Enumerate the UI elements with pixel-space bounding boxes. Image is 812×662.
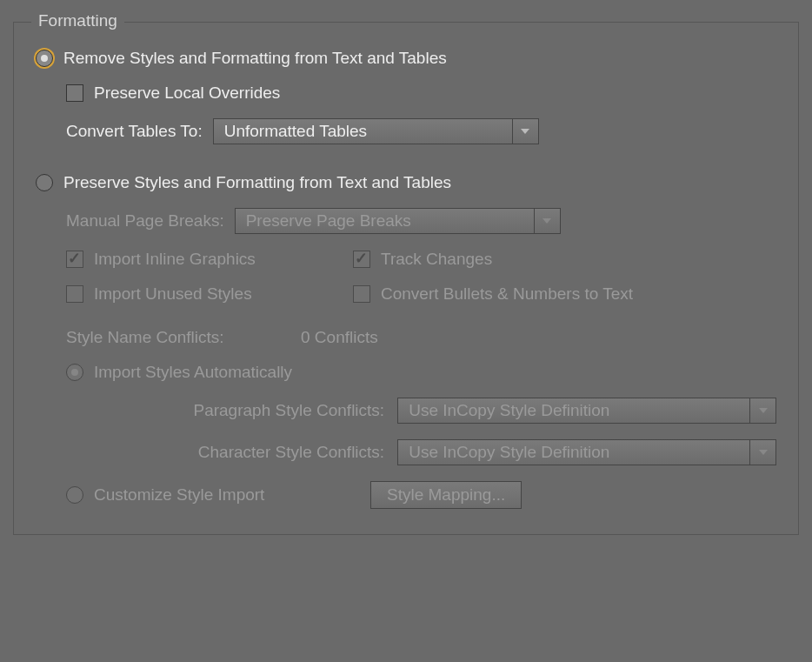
style-mapping-button: Style Mapping... bbox=[370, 481, 522, 509]
manual-page-breaks-select: Preserve Page Breaks bbox=[235, 208, 561, 234]
checkbox-row-1: Import Inline Graphics Track Changes bbox=[66, 250, 776, 269]
character-conflicts-value: Use InCopy Style Definition bbox=[398, 443, 620, 462]
dropdown-arrow-icon bbox=[512, 119, 538, 144]
paragraph-conflicts-row: Paragraph Style Conflicts: Use InCopy St… bbox=[36, 398, 776, 424]
manual-page-breaks-value: Preserve Page Breaks bbox=[236, 211, 422, 231]
customize-import-radio bbox=[66, 486, 83, 504]
paragraph-conflicts-value: Use InCopy Style Definition bbox=[398, 401, 620, 420]
character-conflicts-row: Character Style Conflicts: Use InCopy St… bbox=[36, 439, 776, 465]
manual-page-breaks-row: Manual Page Breaks: Preserve Page Breaks bbox=[66, 208, 776, 234]
formatting-fieldset: Formatting Remove Styles and Formatting … bbox=[13, 22, 799, 535]
track-changes-checkbox bbox=[353, 251, 370, 268]
style-conflicts-label: Style Name Conflicts: bbox=[66, 328, 301, 347]
import-styles-auto-radio bbox=[66, 364, 83, 381]
customize-import-row: Customize Style Import Style Mapping... bbox=[66, 481, 776, 509]
paragraph-conflicts-select: Use InCopy Style Definition bbox=[397, 398, 776, 424]
style-conflicts-row: Style Name Conflicts: 0 Conflicts bbox=[66, 328, 776, 347]
dropdown-arrow-icon bbox=[749, 398, 775, 423]
import-styles-auto-row: Import Styles Automatically bbox=[66, 363, 776, 382]
import-unused-styles-checkbox bbox=[66, 285, 83, 303]
remove-styles-row: Remove Styles and Formatting from Text a… bbox=[36, 49, 776, 68]
remove-styles-label: Remove Styles and Formatting from Text a… bbox=[63, 49, 447, 68]
fieldset-legend: Formatting bbox=[31, 11, 124, 30]
character-conflicts-label: Character Style Conflicts: bbox=[36, 443, 384, 462]
import-unused-styles-label: Import Unused Styles bbox=[94, 284, 252, 304]
convert-bullets-checkbox bbox=[353, 285, 370, 303]
preserve-styles-label: Preserve Styles and Formatting from Text… bbox=[63, 173, 451, 192]
manual-page-breaks-label: Manual Page Breaks: bbox=[66, 211, 224, 231]
checkbox-row-2: Import Unused Styles Convert Bullets & N… bbox=[66, 284, 776, 304]
import-inline-graphics-checkbox bbox=[66, 251, 83, 268]
preserve-local-label: Preserve Local Overrides bbox=[94, 84, 280, 103]
paragraph-conflicts-label: Paragraph Style Conflicts: bbox=[36, 401, 384, 420]
convert-tables-value: Unformatted Tables bbox=[214, 122, 377, 141]
remove-styles-radio[interactable] bbox=[36, 50, 53, 67]
dropdown-arrow-icon bbox=[749, 440, 775, 465]
convert-tables-select[interactable]: Unformatted Tables bbox=[213, 118, 539, 144]
convert-tables-label: Convert Tables To: bbox=[66, 122, 203, 141]
style-conflicts-value: 0 Conflicts bbox=[301, 328, 378, 347]
convert-bullets-label: Convert Bullets & Numbers to Text bbox=[381, 284, 633, 304]
import-inline-graphics-label: Import Inline Graphics bbox=[94, 250, 256, 269]
dropdown-arrow-icon bbox=[534, 209, 560, 233]
preserve-local-checkbox[interactable] bbox=[66, 84, 83, 102]
preserve-styles-row: Preserve Styles and Formatting from Text… bbox=[36, 173, 776, 192]
customize-import-label: Customize Style Import bbox=[94, 485, 370, 505]
import-styles-auto-label: Import Styles Automatically bbox=[94, 363, 292, 382]
convert-tables-row: Convert Tables To: Unformatted Tables bbox=[66, 118, 776, 144]
preserve-local-row: Preserve Local Overrides bbox=[66, 84, 776, 103]
preserve-styles-radio[interactable] bbox=[36, 174, 53, 191]
character-conflicts-select: Use InCopy Style Definition bbox=[397, 439, 776, 465]
track-changes-label: Track Changes bbox=[381, 250, 492, 269]
